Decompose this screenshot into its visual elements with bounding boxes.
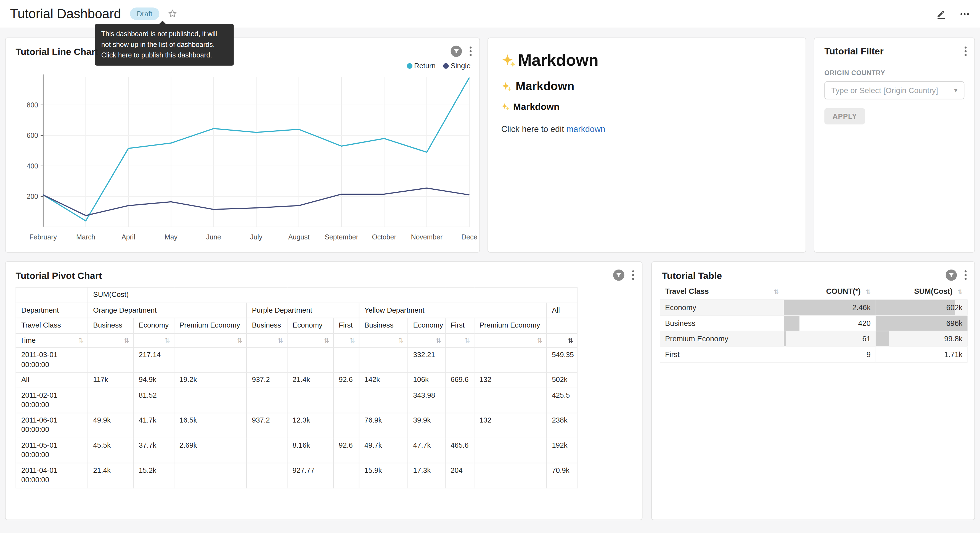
pivot-row: 2011-04-01 00:00:0021.4k15.2k927.7715.9k… <box>16 463 577 488</box>
sort-icon[interactable]: ⇅ <box>237 335 242 345</box>
edit-pencil-icon[interactable] <box>936 8 947 19</box>
sort-icon[interactable]: ⇅ <box>164 335 170 345</box>
cost-cell: 602k <box>876 300 967 316</box>
pivot-value-cell <box>334 388 359 413</box>
pivot-sort-cell: ⇅ <box>174 334 247 348</box>
table-row: Premium Economy6199.8k <box>660 331 967 347</box>
card-head: Tutorial Pivot Chart <box>6 262 642 283</box>
sort-icon[interactable]: ⇅ <box>350 335 355 345</box>
pivot-class-header: Business <box>359 318 408 334</box>
pivot-value-cell: 937.2 <box>247 413 287 438</box>
sort-icon[interactable]: ⇅ <box>537 335 542 345</box>
select-placeholder: Type or Select [Origin Country] <box>831 86 950 95</box>
sort-icon[interactable]: ⇅ <box>278 335 283 345</box>
cost-cell: 1.71k <box>876 346 967 362</box>
y-axis-tick-label: 600 <box>27 131 38 139</box>
pivot-value-cell: 21.4k <box>88 463 133 488</box>
pivot-row-header: 2011-04-01 00:00:00 <box>16 463 88 488</box>
sort-icon[interactable]: ⇅ <box>436 335 441 345</box>
tutorial-dashboard: Tutorial Dashboard Draft This dashboard … <box>0 0 980 533</box>
pivot-value-cell <box>174 463 247 488</box>
table-header-row: Travel Class⇅COUNT(*)⇅SUM(Cost)⇅ <box>660 283 967 300</box>
pivot-value-cell <box>474 438 547 463</box>
markdown-card: Markdown Markdown Markdown Click here to… <box>487 38 807 253</box>
pivot-class-header: Premium Economy <box>174 318 247 334</box>
pivot-value-cell <box>287 348 334 373</box>
pivot-sort-cell: ⇅ <box>547 334 577 348</box>
column-header-count[interactable]: COUNT(*)⇅ <box>784 283 876 300</box>
sort-icon[interactable]: ⇅ <box>465 335 470 345</box>
sort-icon[interactable]: ⇅ <box>124 335 129 345</box>
card-actions <box>945 270 967 281</box>
pivot-row-header: 2011-03-01 00:00:00 <box>16 348 88 373</box>
sort-icon[interactable]: ⇅ <box>324 335 329 345</box>
sort-icon[interactable]: ⇅ <box>958 288 963 295</box>
pivot-sort-cell: ⇅ <box>88 334 133 348</box>
pivot-value-cell: 39.9k <box>408 413 445 438</box>
x-axis-tick-label: September <box>325 233 358 241</box>
favorite-star-icon[interactable] <box>167 9 177 19</box>
pivot-table: SUM(Cost)DepartmentOrange DepartmentPurp… <box>16 287 578 488</box>
pivot-value-cell: 12.3k <box>287 413 334 438</box>
pivot-value-cell: 94.9k <box>133 372 174 388</box>
pivot-value-cell <box>247 463 287 488</box>
legend-item-return[interactable]: Return <box>407 62 436 69</box>
pivot-value-cell: 70.9k <box>547 463 577 488</box>
publish-tooltip[interactable]: This dashboard is not published, it will… <box>95 24 234 66</box>
count-cell: 9 <box>784 346 876 362</box>
pivot-measure-header: SUM(Cost) <box>88 287 577 303</box>
x-axis-tick-label: July <box>250 233 262 241</box>
pivot-class-header: Premium Economy <box>474 318 547 334</box>
pivot-value-cell: 142k <box>359 372 408 388</box>
pivot-value-cell <box>334 463 359 488</box>
x-axis-tick-label: November <box>411 233 442 241</box>
pivot-value-cell: 17.3k <box>408 463 445 488</box>
pivot-value-cell <box>334 413 359 438</box>
sort-icon[interactable]: ⇅ <box>866 288 871 295</box>
pivot-value-cell: 19.2k <box>174 372 247 388</box>
kebab-menu-icon[interactable] <box>469 46 472 56</box>
markdown-footer-text: Click here to edit <box>501 124 566 134</box>
legend-dot-return <box>407 63 412 69</box>
pivot-group-header: Yellow Department <box>359 303 547 318</box>
pivot-value-cell <box>174 388 247 413</box>
legend-item-single[interactable]: Single <box>443 62 471 69</box>
pivot-value-cell: 238k <box>547 413 577 438</box>
sort-desc-icon[interactable]: ⇅ <box>568 335 573 345</box>
dashboard-header: Tutorial Dashboard Draft <box>0 0 980 28</box>
pivot-row: 2011-05-01 00:00:0045.5k37.7k2.69k8.16k9… <box>16 438 577 463</box>
sort-icon[interactable]: ⇅ <box>398 335 404 345</box>
travel-class-cell: Economy <box>660 300 784 316</box>
ellipsis-menu-icon[interactable] <box>959 8 970 19</box>
kebab-menu-icon[interactable] <box>632 270 635 280</box>
column-header-travel-class[interactable]: Travel Class⇅ <box>660 283 784 300</box>
kebab-menu-icon[interactable] <box>964 270 967 280</box>
draft-badge[interactable]: Draft <box>130 8 159 20</box>
kebab-menu-icon[interactable] <box>964 46 967 56</box>
markdown-footer: Click here to edit markdown <box>501 124 792 134</box>
pivot-value-cell <box>474 348 547 373</box>
data-table: Travel Class⇅COUNT(*)⇅SUM(Cost)⇅Economy2… <box>660 283 967 363</box>
sort-icon[interactable]: ⇅ <box>774 288 779 295</box>
filter-indicator-icon[interactable] <box>945 270 957 281</box>
pivot-value-cell: 927.77 <box>287 463 334 488</box>
column-header-sum-cost[interactable]: SUM(Cost)⇅ <box>876 283 967 300</box>
pivot-sort-cell: ⇅ <box>133 334 174 348</box>
pivot-class-header: Economy <box>133 318 174 334</box>
x-axis-tick-label: October <box>372 233 396 241</box>
markdown-edit-link[interactable]: markdown <box>566 124 605 134</box>
filter-indicator-icon[interactable] <box>613 270 624 281</box>
filter-indicator-icon[interactable] <box>450 46 462 57</box>
pivot-row: All117k94.9k19.2k937.221.4k92.6142k106k6… <box>16 372 577 388</box>
line-chart-card: Tutorial Line Chart Return Single 200400… <box>5 38 480 253</box>
cost-cell: 99.8k <box>876 331 967 347</box>
pivot-value-cell: 343.98 <box>408 388 445 413</box>
origin-country-select[interactable]: Type or Select [Origin Country] ▾ <box>824 81 964 99</box>
pivot-value-cell <box>445 413 474 438</box>
card-head: Tutorial Table <box>652 262 974 283</box>
sort-icon[interactable]: ⇅ <box>78 336 84 345</box>
count-cell: 61 <box>784 331 876 347</box>
x-axis-tick-label: August <box>288 233 310 241</box>
apply-button[interactable]: APPLY <box>824 108 865 124</box>
pivot-value-cell: 45.5k <box>88 438 133 463</box>
